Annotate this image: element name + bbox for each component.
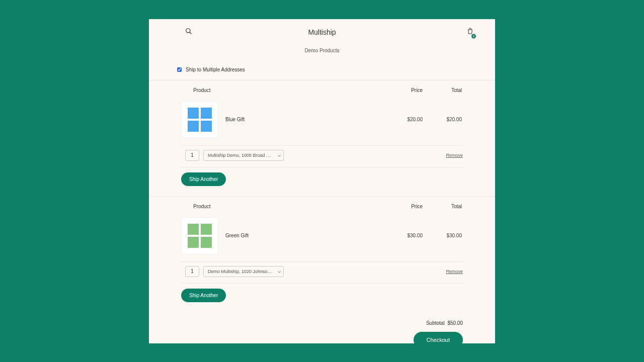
header: Multiship 6: [149, 19, 495, 45]
address-select[interactable]: Demo Multiship, 1020 Johnson St., Victo.…: [203, 266, 284, 277]
col-price-header: Price: [382, 204, 423, 209]
product-row: Blue Gift $20.00 $20.00: [181, 98, 463, 145]
product-info: Green Gift: [181, 217, 382, 254]
col-total-header: Total: [423, 87, 463, 93]
gift-icon: [188, 108, 212, 132]
multiship-label: Ship to Multiple Addresses: [186, 67, 245, 72]
cart-footer: Subtotal $50.00 Checkout: [149, 312, 495, 343]
product-thumb: [181, 101, 218, 138]
subtotal-value: $50.00: [447, 320, 463, 326]
product-price: $30.00: [382, 233, 423, 238]
nav-links: Demo Products: [149, 45, 495, 63]
multiship-toggle: Ship to Multiple Addresses: [172, 63, 472, 76]
ship-another-button[interactable]: Ship Another: [181, 289, 226, 302]
multiship-checkbox[interactable]: [177, 67, 182, 72]
subtotal-label: Subtotal: [426, 320, 445, 326]
product-name[interactable]: Blue Gift: [225, 117, 245, 122]
chevron-down-icon: [278, 153, 281, 158]
product-block: Product Price Total Green Gift $30.00 $3…: [149, 196, 495, 284]
product-name[interactable]: Green Gift: [225, 233, 249, 238]
search-icon[interactable]: [185, 28, 192, 37]
quantity-input[interactable]: [185, 150, 199, 161]
shipment-row: Demo Multiship, 1020 Johnson St., Victo.…: [181, 262, 463, 283]
nav-link-demo-products[interactable]: Demo Products: [305, 48, 340, 53]
product-row: Green Gift $30.00 $30.00: [181, 214, 463, 261]
svg-point-0: [186, 28, 190, 32]
table-header: Product Price Total: [181, 80, 463, 98]
checkout-button[interactable]: Checkout: [414, 332, 463, 343]
col-product-header: Product: [181, 87, 382, 93]
subtotal: Subtotal $50.00: [181, 320, 463, 326]
product-total: $30.00: [423, 233, 463, 238]
cart-icon[interactable]: 6: [466, 27, 474, 37]
svg-line-1: [190, 32, 192, 34]
quantity-input[interactable]: [185, 266, 199, 277]
table-header: Product Price Total: [181, 197, 463, 214]
ship-another-button[interactable]: Ship Another: [181, 172, 226, 186]
gift-icon: [188, 224, 212, 248]
product-block: Product Price Total Blue Gift $20.00 $20…: [149, 80, 495, 167]
col-price-header: Price: [382, 87, 423, 93]
app-window: Multiship 6 Demo Products Ship to Multip…: [149, 19, 495, 343]
remove-link[interactable]: Remove: [446, 269, 463, 274]
product-price: $20.00: [382, 117, 423, 122]
chevron-down-icon: [278, 269, 281, 274]
col-product-header: Product: [181, 204, 382, 209]
address-select-text: Multiship Demo, 1005 Broad St. 303, Vict…: [208, 153, 273, 158]
remove-link[interactable]: Remove: [446, 153, 463, 158]
shipment-row: Multiship Demo, 1005 Broad St. 303, Vict…: [181, 146, 463, 167]
product-info: Blue Gift: [181, 101, 382, 138]
cart-badge: 6: [471, 34, 476, 38]
brand-title: Multiship: [308, 28, 336, 36]
address-select-text: Demo Multiship, 1020 Johnson St., Victo.…: [208, 269, 273, 274]
col-total-header: Total: [423, 204, 463, 209]
product-total: $20.00: [423, 117, 463, 122]
product-thumb: [181, 217, 218, 254]
address-select[interactable]: Multiship Demo, 1005 Broad St. 303, Vict…: [203, 150, 284, 161]
